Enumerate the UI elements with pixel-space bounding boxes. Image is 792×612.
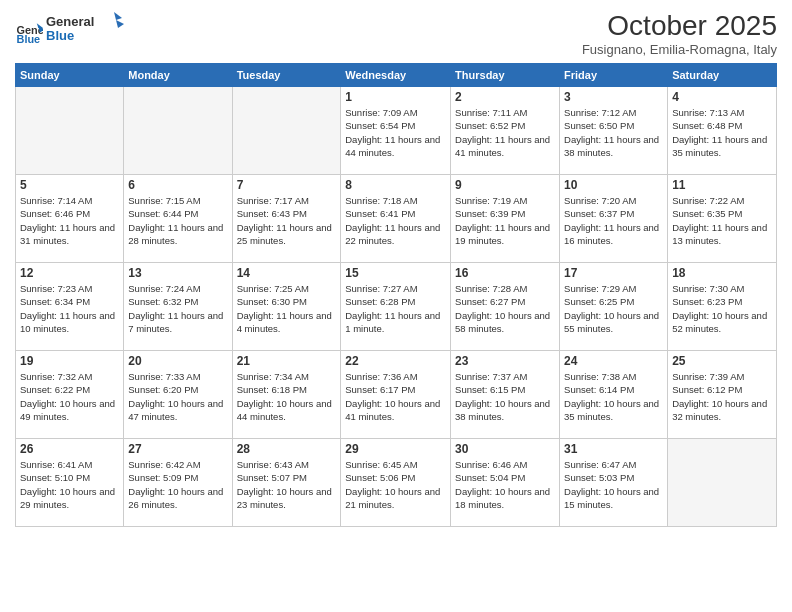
day-info: Sunrise: 7:27 AM Sunset: 6:28 PM Dayligh… bbox=[345, 282, 446, 335]
day-info: Sunrise: 7:39 AM Sunset: 6:12 PM Dayligh… bbox=[672, 370, 772, 423]
calendar-cell: 4Sunrise: 7:13 AM Sunset: 6:48 PM Daylig… bbox=[668, 87, 777, 175]
calendar-cell: 9Sunrise: 7:19 AM Sunset: 6:39 PM Daylig… bbox=[451, 175, 560, 263]
calendar-cell bbox=[668, 439, 777, 527]
day-info: Sunrise: 7:23 AM Sunset: 6:34 PM Dayligh… bbox=[20, 282, 119, 335]
calendar-table: Sunday Monday Tuesday Wednesday Thursday… bbox=[15, 63, 777, 527]
svg-marker-7 bbox=[116, 20, 124, 28]
calendar-cell: 31Sunrise: 6:47 AM Sunset: 5:03 PM Dayli… bbox=[560, 439, 668, 527]
day-info: Sunrise: 7:09 AM Sunset: 6:54 PM Dayligh… bbox=[345, 106, 446, 159]
calendar-cell: 26Sunrise: 6:41 AM Sunset: 5:10 PM Dayli… bbox=[16, 439, 124, 527]
day-number: 19 bbox=[20, 354, 119, 368]
day-number: 26 bbox=[20, 442, 119, 456]
calendar-cell: 15Sunrise: 7:27 AM Sunset: 6:28 PM Dayli… bbox=[341, 263, 451, 351]
day-info: Sunrise: 6:42 AM Sunset: 5:09 PM Dayligh… bbox=[128, 458, 227, 511]
day-info: Sunrise: 7:15 AM Sunset: 6:44 PM Dayligh… bbox=[128, 194, 227, 247]
calendar-cell bbox=[232, 87, 341, 175]
svg-text:Blue: Blue bbox=[46, 28, 74, 43]
day-info: Sunrise: 7:13 AM Sunset: 6:48 PM Dayligh… bbox=[672, 106, 772, 159]
col-saturday: Saturday bbox=[668, 64, 777, 87]
logo-svg: General Blue bbox=[46, 10, 126, 48]
calendar-cell: 6Sunrise: 7:15 AM Sunset: 6:44 PM Daylig… bbox=[124, 175, 232, 263]
svg-text:Blue: Blue bbox=[17, 33, 41, 45]
calendar-cell: 27Sunrise: 6:42 AM Sunset: 5:09 PM Dayli… bbox=[124, 439, 232, 527]
calendar-week-row: 5Sunrise: 7:14 AM Sunset: 6:46 PM Daylig… bbox=[16, 175, 777, 263]
day-number: 2 bbox=[455, 90, 555, 104]
day-number: 29 bbox=[345, 442, 446, 456]
day-info: Sunrise: 6:43 AM Sunset: 5:07 PM Dayligh… bbox=[237, 458, 337, 511]
calendar-cell: 12Sunrise: 7:23 AM Sunset: 6:34 PM Dayli… bbox=[16, 263, 124, 351]
day-number: 16 bbox=[455, 266, 555, 280]
day-number: 18 bbox=[672, 266, 772, 280]
calendar-cell: 17Sunrise: 7:29 AM Sunset: 6:25 PM Dayli… bbox=[560, 263, 668, 351]
day-number: 10 bbox=[564, 178, 663, 192]
day-number: 22 bbox=[345, 354, 446, 368]
day-number: 31 bbox=[564, 442, 663, 456]
day-info: Sunrise: 7:14 AM Sunset: 6:46 PM Dayligh… bbox=[20, 194, 119, 247]
calendar-cell: 3Sunrise: 7:12 AM Sunset: 6:50 PM Daylig… bbox=[560, 87, 668, 175]
day-number: 8 bbox=[345, 178, 446, 192]
col-monday: Monday bbox=[124, 64, 232, 87]
calendar-cell: 8Sunrise: 7:18 AM Sunset: 6:41 PM Daylig… bbox=[341, 175, 451, 263]
day-info: Sunrise: 7:17 AM Sunset: 6:43 PM Dayligh… bbox=[237, 194, 337, 247]
day-number: 15 bbox=[345, 266, 446, 280]
day-info: Sunrise: 7:18 AM Sunset: 6:41 PM Dayligh… bbox=[345, 194, 446, 247]
calendar-week-row: 1Sunrise: 7:09 AM Sunset: 6:54 PM Daylig… bbox=[16, 87, 777, 175]
logo: General Blue General Blue bbox=[15, 10, 126, 52]
day-number: 12 bbox=[20, 266, 119, 280]
title-block: October 2025 Fusignano, Emilia-Romagna, … bbox=[582, 10, 777, 57]
calendar-cell: 1Sunrise: 7:09 AM Sunset: 6:54 PM Daylig… bbox=[341, 87, 451, 175]
day-number: 20 bbox=[128, 354, 227, 368]
calendar-cell: 24Sunrise: 7:38 AM Sunset: 6:14 PM Dayli… bbox=[560, 351, 668, 439]
col-friday: Friday bbox=[560, 64, 668, 87]
day-number: 30 bbox=[455, 442, 555, 456]
calendar-cell: 11Sunrise: 7:22 AM Sunset: 6:35 PM Dayli… bbox=[668, 175, 777, 263]
calendar-cell: 29Sunrise: 6:45 AM Sunset: 5:06 PM Dayli… bbox=[341, 439, 451, 527]
calendar-cell: 16Sunrise: 7:28 AM Sunset: 6:27 PM Dayli… bbox=[451, 263, 560, 351]
day-info: Sunrise: 7:37 AM Sunset: 6:15 PM Dayligh… bbox=[455, 370, 555, 423]
day-number: 23 bbox=[455, 354, 555, 368]
calendar-header-row: Sunday Monday Tuesday Wednesday Thursday… bbox=[16, 64, 777, 87]
day-info: Sunrise: 7:28 AM Sunset: 6:27 PM Dayligh… bbox=[455, 282, 555, 335]
day-number: 6 bbox=[128, 178, 227, 192]
day-number: 27 bbox=[128, 442, 227, 456]
day-info: Sunrise: 7:36 AM Sunset: 6:17 PM Dayligh… bbox=[345, 370, 446, 423]
day-info: Sunrise: 7:33 AM Sunset: 6:20 PM Dayligh… bbox=[128, 370, 227, 423]
day-info: Sunrise: 6:41 AM Sunset: 5:10 PM Dayligh… bbox=[20, 458, 119, 511]
calendar-cell: 21Sunrise: 7:34 AM Sunset: 6:18 PM Dayli… bbox=[232, 351, 341, 439]
col-tuesday: Tuesday bbox=[232, 64, 341, 87]
day-number: 4 bbox=[672, 90, 772, 104]
location: Fusignano, Emilia-Romagna, Italy bbox=[582, 42, 777, 57]
day-info: Sunrise: 7:34 AM Sunset: 6:18 PM Dayligh… bbox=[237, 370, 337, 423]
day-number: 13 bbox=[128, 266, 227, 280]
day-number: 11 bbox=[672, 178, 772, 192]
calendar-week-row: 19Sunrise: 7:32 AM Sunset: 6:22 PM Dayli… bbox=[16, 351, 777, 439]
day-info: Sunrise: 7:11 AM Sunset: 6:52 PM Dayligh… bbox=[455, 106, 555, 159]
day-number: 1 bbox=[345, 90, 446, 104]
col-wednesday: Wednesday bbox=[341, 64, 451, 87]
calendar-cell: 25Sunrise: 7:39 AM Sunset: 6:12 PM Dayli… bbox=[668, 351, 777, 439]
calendar-cell: 13Sunrise: 7:24 AM Sunset: 6:32 PM Dayli… bbox=[124, 263, 232, 351]
calendar-cell: 23Sunrise: 7:37 AM Sunset: 6:15 PM Dayli… bbox=[451, 351, 560, 439]
day-number: 7 bbox=[237, 178, 337, 192]
day-number: 9 bbox=[455, 178, 555, 192]
day-info: Sunrise: 7:22 AM Sunset: 6:35 PM Dayligh… bbox=[672, 194, 772, 247]
calendar-week-row: 12Sunrise: 7:23 AM Sunset: 6:34 PM Dayli… bbox=[16, 263, 777, 351]
day-info: Sunrise: 7:29 AM Sunset: 6:25 PM Dayligh… bbox=[564, 282, 663, 335]
day-info: Sunrise: 7:19 AM Sunset: 6:39 PM Dayligh… bbox=[455, 194, 555, 247]
day-info: Sunrise: 6:47 AM Sunset: 5:03 PM Dayligh… bbox=[564, 458, 663, 511]
calendar-cell: 7Sunrise: 7:17 AM Sunset: 6:43 PM Daylig… bbox=[232, 175, 341, 263]
col-thursday: Thursday bbox=[451, 64, 560, 87]
day-number: 14 bbox=[237, 266, 337, 280]
svg-text:General: General bbox=[46, 14, 94, 29]
day-info: Sunrise: 7:30 AM Sunset: 6:23 PM Dayligh… bbox=[672, 282, 772, 335]
page: General Blue General Blue October 2025 F… bbox=[0, 0, 792, 612]
calendar-cell bbox=[124, 87, 232, 175]
calendar-cell: 14Sunrise: 7:25 AM Sunset: 6:30 PM Dayli… bbox=[232, 263, 341, 351]
calendar-cell: 22Sunrise: 7:36 AM Sunset: 6:17 PM Dayli… bbox=[341, 351, 451, 439]
day-number: 28 bbox=[237, 442, 337, 456]
svg-marker-6 bbox=[114, 12, 122, 20]
calendar-cell: 30Sunrise: 6:46 AM Sunset: 5:04 PM Dayli… bbox=[451, 439, 560, 527]
month-title: October 2025 bbox=[582, 10, 777, 42]
day-info: Sunrise: 6:45 AM Sunset: 5:06 PM Dayligh… bbox=[345, 458, 446, 511]
calendar-cell: 28Sunrise: 6:43 AM Sunset: 5:07 PM Dayli… bbox=[232, 439, 341, 527]
